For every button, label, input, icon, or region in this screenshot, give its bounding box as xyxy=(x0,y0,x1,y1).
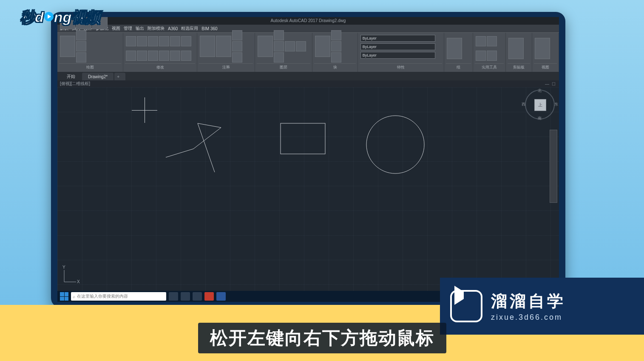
monitor-frame: Autodesk AutoCAD 2017 Drawing2.dwg 默认 插入… xyxy=(51,12,565,307)
brand-url: zixue.3d66.com xyxy=(491,313,566,322)
utility-button[interactable] xyxy=(476,51,486,61)
rotate-button[interactable] xyxy=(148,36,158,46)
draw-tool-button[interactable] xyxy=(76,30,86,40)
paste-button[interactable] xyxy=(508,38,524,59)
text-button[interactable] xyxy=(200,36,215,57)
menu-item[interactable]: A360 xyxy=(168,26,178,31)
draw-tool-button[interactable] xyxy=(76,52,86,63)
measure-button[interactable] xyxy=(476,36,486,46)
draw-tool-button[interactable] xyxy=(76,41,86,51)
file-tab-drawing[interactable]: Drawing2* xyxy=(82,73,113,80)
minimize-viewport-icon[interactable]: — xyxy=(545,82,549,86)
ribbon-panel-modify: 修改 xyxy=(123,33,197,72)
taskbar-app-edge[interactable] xyxy=(181,292,190,301)
ribbon-panel-utilities: 实用工具 xyxy=(473,33,506,72)
taskview-icon[interactable] xyxy=(169,292,178,301)
stage: 秒dng视频 Autodesk AutoCAD 2017 Drawing2.dw… xyxy=(0,0,644,361)
erase-button[interactable] xyxy=(170,51,180,61)
taskbar-app-word[interactable] xyxy=(216,292,226,301)
search-icon: ⌕ xyxy=(73,294,75,299)
leader-button[interactable] xyxy=(232,30,242,40)
ribbon-panel-draw: 绘图 xyxy=(57,33,123,72)
brand-title: 溜溜自学 xyxy=(491,290,566,312)
viewcube-top[interactable]: 上 xyxy=(534,99,546,111)
insert-block-button[interactable] xyxy=(315,36,330,57)
menu-item[interactable]: 附加模块 xyxy=(148,26,165,31)
maximize-viewport-icon[interactable]: ☐ xyxy=(552,82,556,86)
brand-play-icon xyxy=(450,290,482,322)
start-button[interactable] xyxy=(60,292,68,301)
file-tab-start[interactable]: 开始 xyxy=(61,73,81,80)
ribbon-panel-properties: ByLayer ByLayer ByLayer 特性 xyxy=(358,33,445,72)
ribbon-panel-view: 视图 xyxy=(532,33,559,72)
ribbon-panel-annotate: 注释 xyxy=(197,33,255,72)
dimension-button[interactable] xyxy=(216,36,231,57)
scale-button[interactable] xyxy=(126,51,136,61)
base-view-button[interactable] xyxy=(535,38,550,59)
menu-item[interactable]: 管理 xyxy=(124,26,132,31)
array-button[interactable] xyxy=(148,51,158,61)
move-button[interactable] xyxy=(126,36,136,46)
ribbon: 绘图 xyxy=(57,32,559,72)
app-title-bar: Autodesk AutoCAD 2017 Drawing2.dwg xyxy=(57,17,559,25)
viewport-controls: [俯视][二维线框] —☐ xyxy=(57,80,559,87)
ribbon-panel-block: 块 xyxy=(312,33,357,72)
utility-button[interactable] xyxy=(487,51,497,61)
viewcube[interactable]: 上 北 西 东 南 xyxy=(525,90,555,119)
ucs-icon: Y X xyxy=(62,267,79,285)
polyline-shape xyxy=(166,123,221,172)
menu-item[interactable]: 精选应用 xyxy=(181,26,198,31)
navigation-bar[interactable] xyxy=(550,130,557,203)
color-dropdown[interactable]: ByLayer xyxy=(360,35,435,42)
layer-tool-button[interactable] xyxy=(274,30,284,40)
file-tabs: 开始 Drawing2* + xyxy=(57,72,559,80)
new-tab-button[interactable]: + xyxy=(114,73,125,80)
block-tool-button[interactable] xyxy=(331,52,341,63)
ribbon-panel-groups: 组 xyxy=(444,33,473,72)
watermark-logo: 秒dng视频 xyxy=(20,8,100,27)
offset-button[interactable] xyxy=(159,51,169,61)
layer-tool-button[interactable] xyxy=(285,41,295,51)
layer-tool-button[interactable] xyxy=(296,41,306,51)
utility-button[interactable] xyxy=(487,36,497,46)
group-button[interactable] xyxy=(447,38,462,59)
fillet-button[interactable] xyxy=(181,36,191,46)
taskbar-app-autocad[interactable] xyxy=(204,292,214,301)
windows-search[interactable]: ⌕ 在这里输入你要搜索的内容 xyxy=(71,292,166,301)
mirror-button[interactable] xyxy=(170,36,180,46)
trim-button[interactable] xyxy=(159,36,169,46)
rectangle-shape xyxy=(281,123,325,154)
ribbon-panel-layers: 图层 xyxy=(255,33,313,72)
drawing-canvas[interactable]: Y X 上 北 西 东 南 xyxy=(57,87,559,291)
arc-button[interactable] xyxy=(60,36,75,57)
screen: Autodesk AutoCAD 2017 Drawing2.dwg 默认 插入… xyxy=(57,17,559,302)
drawn-shapes xyxy=(57,87,559,291)
explode-button[interactable] xyxy=(181,51,191,61)
stretch-button[interactable] xyxy=(137,51,147,61)
circle-shape xyxy=(366,116,424,173)
linetype-dropdown[interactable]: ByLayer xyxy=(360,52,435,59)
view-label-text[interactable]: [俯视][二维线框] xyxy=(60,81,90,87)
play-icon xyxy=(44,12,54,21)
table-button[interactable] xyxy=(232,41,242,51)
copy-button[interactable] xyxy=(137,36,147,46)
layer-properties-button[interactable] xyxy=(258,36,273,57)
edit-block-button[interactable] xyxy=(331,41,341,51)
ribbon-panel-clipboard: 剪贴板 xyxy=(506,33,533,72)
layer-tool-button[interactable] xyxy=(274,52,284,63)
layer-tool-button[interactable] xyxy=(274,41,284,51)
annotate-tool-button[interactable] xyxy=(232,52,242,63)
create-block-button[interactable] xyxy=(331,30,341,40)
menu-item[interactable]: 输出 xyxy=(136,26,144,31)
lineweight-dropdown[interactable]: ByLayer xyxy=(360,43,435,50)
brand-box: 溜溜自学 zixue.3d66.com xyxy=(440,278,644,335)
taskbar-app-explorer[interactable] xyxy=(193,292,202,301)
